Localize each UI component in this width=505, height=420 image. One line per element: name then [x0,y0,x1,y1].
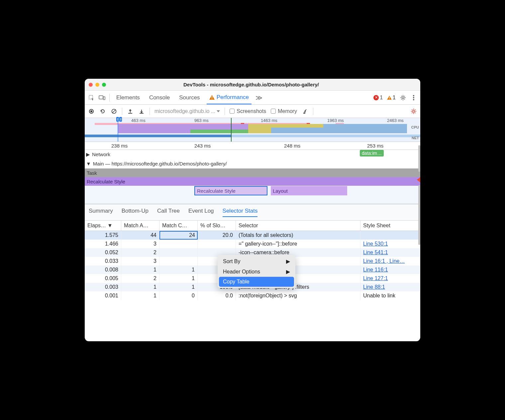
more-tabs-chevron[interactable]: ≫ [255,94,262,102]
tab-summary[interactable]: Summary [89,208,113,217]
stylesheet-link[interactable]: Line 116:1 [363,267,388,272]
col-match-attempts[interactable]: Match A… [121,221,159,231]
col-selector[interactable]: Selector [236,221,360,231]
stylesheet-link[interactable]: Line 127:1 [363,275,388,281]
stylesheet-link[interactable]: Line 16:1 , Line… [363,258,405,264]
col-pct-slow[interactable]: % of Slo… [198,221,236,231]
menu-sort-by[interactable]: Sort By▶ [219,256,294,266]
overview-tick: 1963 ms [327,118,344,123]
zoom-window-button[interactable] [102,83,106,87]
capture-settings-gear-icon[interactable] [410,108,417,115]
reload-icon[interactable] [99,108,106,115]
marker-icon [417,177,420,182]
window-controls [89,83,106,87]
brush-handle-right[interactable] [119,117,122,122]
table-row[interactable]: 0.001100.0:not(foreignObject) > svgUnabl… [85,291,420,300]
window-title: DevTools - microsoftedge.github.io/Demos… [109,82,394,87]
task-bar[interactable]: Task [85,168,420,177]
network-resource-chip[interactable]: data:im… [360,150,384,157]
timeline-ruler[interactable]: 238 ms 243 ms 248 ms 253 ms [85,142,420,150]
tab-performance[interactable]: Performance [207,91,252,104]
submenu-caret-icon: ▶ [286,268,290,275]
scrollbar-thumb[interactable] [418,185,420,245]
recalculate-style-bar[interactable]: Recalculate Style [85,177,420,186]
network-track[interactable]: ▶ Network data:im… [85,150,420,159]
download-icon[interactable] [138,108,145,115]
timeline-tracks: ▶ Network data:im… ▼ Main — https://micr… [85,150,420,204]
minimize-window-button[interactable] [95,83,99,87]
error-badge[interactable]: ✕1 [373,94,383,101]
screenshots-checkbox[interactable]: Screenshots [230,108,266,114]
tab-bottom-up[interactable]: Bottom-Up [122,208,149,217]
svg-line-14 [112,110,116,113]
svg-point-8 [413,95,414,96]
submenu-caret-icon: ▶ [286,258,290,264]
svg-rect-4 [212,98,212,99]
svg-line-18 [305,109,306,111]
expand-caret-icon[interactable]: ▶ [86,152,90,158]
overview-tick: 463 ms [131,118,146,123]
devtools-tabbar: Elements Console Sources Performance ≫ ✕… [85,91,420,105]
tab-event-log[interactable]: Event Log [188,208,214,217]
warning-badge[interactable]: 1 [387,94,396,101]
record-icon[interactable] [88,108,95,115]
clear-icon[interactable] [111,108,117,115]
table-context-menu: Sort By▶ Header Options▶ Copy Table [218,255,295,288]
titlebar: DevTools - microsoftedge.github.io/Demos… [85,79,420,91]
svg-rect-5 [389,97,390,98]
brush-handle-left[interactable] [116,117,119,122]
gc-broom-icon[interactable] [302,108,308,115]
col-stylesheet[interactable]: Style Sheet [360,221,420,231]
svg-rect-1 [99,96,103,99]
stylesheet-link[interactable]: Line 88:1 [363,284,385,290]
close-window-button[interactable] [89,83,93,87]
overview-tick: 963 ms [194,118,209,123]
selector-table-header: Elaps…▼ Match A… Match C… % of Slo… Sele… [85,221,420,231]
details-tabbar: Summary Bottom-Up Call Tree Event Log Se… [85,204,420,221]
layout-bar[interactable]: Layout [271,186,347,195]
table-row[interactable]: 1.4663=" gallery-icon--"]::beforeLine 53… [85,240,420,248]
cpu-label: CPU [411,125,419,129]
table-row[interactable]: 1.575442420.0(Totals for all selectors) [85,231,420,240]
scrollbar-thumb[interactable] [418,145,420,172]
tab-console[interactable]: Console [147,91,172,104]
tab-call-tree[interactable]: Call Tree [157,208,180,217]
svg-point-12 [90,110,92,112]
settings-gear-icon[interactable] [400,94,406,101]
device-icon[interactable] [99,94,105,101]
warning-icon [209,95,215,100]
stylesheet-link[interactable]: Line 541:1 [363,250,388,255]
overview-tick: 1463 ms [261,118,277,123]
overview-tick: 2463 ms [387,118,404,123]
svg-point-10 [413,99,414,100]
menu-copy-table[interactable]: Copy Table [219,277,294,287]
tab-sources[interactable]: Sources [176,91,202,104]
col-match-count[interactable]: Match C… [159,221,198,231]
svg-rect-3 [212,96,212,98]
net-label: NET [412,136,419,140]
svg-point-7 [402,97,404,99]
col-elapsed[interactable]: Elaps…▼ [85,221,121,231]
stylesheet-link[interactable]: Line 530:1 [363,241,388,247]
recalculate-style-selected[interactable]: Recalculate Style [194,186,267,195]
kebab-menu-icon[interactable] [410,94,417,101]
devtools-window: DevTools - microsoftedge.github.io/Demos… [85,79,420,341]
menu-header-options[interactable]: Header Options▶ [219,266,294,277]
performance-toolbar: microsoftedge.github.io ... Screenshots … [85,105,420,118]
main-track[interactable]: ▼ Main — https://microsoftedge.github.io… [85,159,420,168]
tab-elements[interactable]: Elements [114,91,143,104]
tab-selector-stats[interactable]: Selector Stats [223,208,258,217]
svg-point-19 [413,110,415,112]
svg-rect-2 [103,97,105,100]
collapse-caret-icon[interactable]: ▼ [86,161,91,166]
profile-selector[interactable]: microsoftedge.github.io ... [154,108,220,114]
overview-minimap[interactable]: 463 ms 963 ms 1463 ms 1963 ms 2463 ms CP… [85,118,420,142]
upload-icon[interactable] [127,108,134,115]
memory-checkbox[interactable]: Memory [271,108,297,114]
inspect-icon[interactable] [88,94,95,101]
svg-point-9 [413,97,414,98]
svg-rect-6 [389,98,390,99]
sort-desc-icon: ▼ [107,223,113,229]
